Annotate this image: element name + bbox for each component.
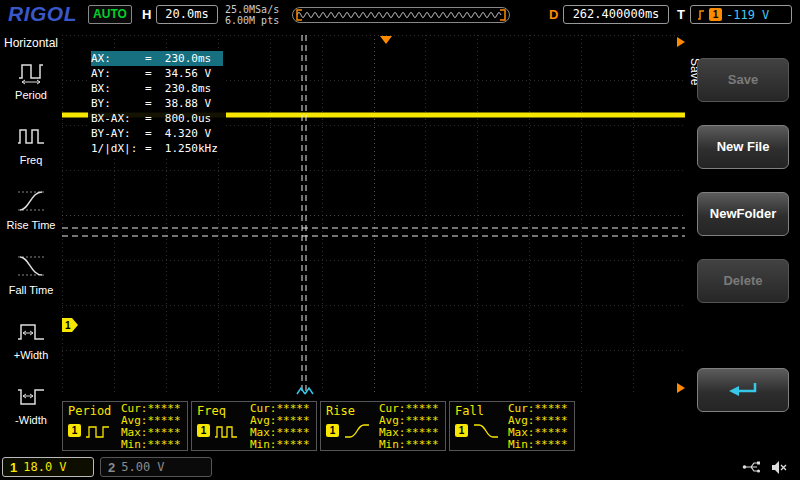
meas-min: Min:***** (121, 438, 181, 451)
sidebar-item-label: +Width (0, 349, 62, 361)
svg-text:1: 1 (65, 320, 71, 331)
measurement-box-rise: Rise 1 Cur:*****Avg:*****Max:*****Min:**… (320, 401, 446, 451)
sidebar-item-minus-width[interactable]: -Width (0, 379, 62, 441)
fall-time-icon (16, 251, 46, 281)
usb-icon (742, 460, 762, 474)
delay-display: 262.400000ms (563, 5, 669, 24)
sidebar-item-label: Freq (0, 154, 62, 166)
sidebar-item-plus-width[interactable]: +Width (0, 314, 62, 376)
return-arrow-icon (725, 379, 761, 403)
save-button[interactable]: Save (697, 58, 789, 102)
ch2-indicator[interactable]: 2 5.00 V (100, 457, 212, 477)
meas-min: Min:***** (379, 438, 439, 451)
enter-button[interactable] (697, 368, 789, 412)
waveform-memory-icon (293, 8, 509, 22)
sidebar-item-period[interactable]: Period (0, 54, 62, 116)
rise-time-icon (16, 186, 46, 216)
cursor-row-bx: BX: = 230.8ms (91, 81, 223, 96)
channel-badge: 1 (326, 424, 339, 437)
oscilloscope-screen: RIGOL AUTO H 20.0ms 25.0MSa/s 6.00M pts … (0, 0, 800, 480)
sidebar-item-label: Rise Time (0, 219, 62, 231)
freq-icon (16, 121, 46, 151)
waveform-memory-bar (292, 7, 510, 23)
freq-meas-icon (214, 422, 242, 440)
softkey-menu: Save Save New File NewFolder Delete (685, 30, 800, 455)
top-status-bar: RIGOL AUTO H 20.0ms 25.0MSa/s 6.00M pts … (0, 0, 800, 30)
waveform-display-area: 1 AX: = 230.0ms AY: = 34.56 V BX: = 230.… (62, 35, 685, 395)
sidebar-item-label: Period (0, 89, 62, 101)
cursor-row-inv-dx: 1/|dX|: = 1.250kHz (91, 141, 223, 156)
channel-badge: 1 (197, 424, 210, 437)
cursor-readout-panel: AX: = 230.0ms AY: = 34.56 V BX: = 230.8m… (88, 49, 226, 158)
delay-label: D (549, 7, 558, 22)
fall-meas-icon (472, 422, 500, 440)
trigger-position-marker[interactable] (380, 36, 392, 44)
rise-meas-icon (343, 422, 371, 440)
sidebar-item-fall-time[interactable]: Fall Time (0, 249, 62, 311)
sidebar-item-label: Fall Time (0, 284, 62, 296)
trigger-info-box: 1 -119 V (690, 5, 792, 24)
new-file-button[interactable]: New File (697, 125, 789, 169)
trigger-edge-icon (697, 9, 705, 21)
sample-rate: 25.0MSa/s (225, 4, 279, 15)
trigger-label: T (677, 7, 685, 22)
sidebar-item-label: -Width (0, 414, 62, 426)
cursor-row-by-ay: BY-AY: = 4.320 V (91, 126, 223, 141)
measurement-box-freq: Freq 1 Cur:*****Avg:*****Max:*****Min:**… (191, 401, 317, 451)
sidebar-item-rise-time[interactable]: Rise Time (0, 184, 62, 246)
measurement-box-fall: Fall 1 Cur:*****Avg:*****Max:*****Min:**… (449, 401, 575, 451)
channel-badge: 1 (455, 424, 468, 437)
trigger-status-badge: AUTO (88, 5, 132, 24)
delay-marker-top (677, 37, 685, 47)
meas-min: Min:***** (508, 438, 568, 451)
rigol-logo: RIGOL (8, 2, 77, 26)
memory-depth: 6.00M pts (225, 15, 279, 26)
ch1-number: 1 (10, 460, 17, 475)
new-folder-button[interactable]: NewFolder (697, 192, 789, 236)
ch2-number: 2 (108, 460, 115, 475)
channel-badge: 1 (68, 424, 81, 437)
cursor-row-by: BY: = 38.88 V (91, 96, 223, 111)
acquisition-info: 25.0MSa/s 6.00M pts (225, 4, 279, 26)
ch1-indicator[interactable]: 1 18.0 V (2, 457, 94, 477)
delete-button[interactable]: Delete (697, 259, 789, 303)
ch2-scale: 5.00 V (121, 460, 164, 474)
period-meas-icon (85, 422, 113, 440)
cursor-row-bx-ax: BX-AX: = 800.0us (91, 111, 223, 126)
ch1-ground-marker[interactable]: 1 (62, 318, 78, 332)
period-icon (16, 56, 46, 86)
channel-status-bar: 1 18.0 V 2 5.00 V (0, 455, 800, 480)
timebase-display: 20.0ms (156, 5, 218, 24)
measurement-box-period: Period 1 Cur:*****Avg:*****Max:*****Min:… (62, 401, 188, 451)
ch1-scale: 18.0 V (23, 460, 66, 474)
sidebar-title: Horizontal (0, 30, 62, 50)
cursor-row-ay: AY: = 34.56 V (91, 66, 223, 81)
cursor-x-bottom-marker (297, 388, 313, 394)
measurement-strip: Period 1 Cur:*****Avg:*****Max:*****Min:… (62, 401, 575, 453)
plus-width-icon (16, 316, 46, 346)
meas-min: Min:***** (250, 438, 310, 451)
sidebar-item-freq[interactable]: Freq (0, 119, 62, 181)
measurement-sidebar: Horizontal Period Freq Rise Time (0, 30, 62, 455)
minus-width-icon (16, 381, 46, 411)
trigger-source-badge: 1 (709, 8, 722, 21)
delay-marker-bottom (677, 383, 685, 393)
horizontal-label: H (142, 7, 151, 22)
speaker-icon (771, 460, 788, 475)
trigger-level-display: -119 V (726, 8, 769, 22)
cursor-row-ax: AX: = 230.0ms (91, 51, 223, 66)
